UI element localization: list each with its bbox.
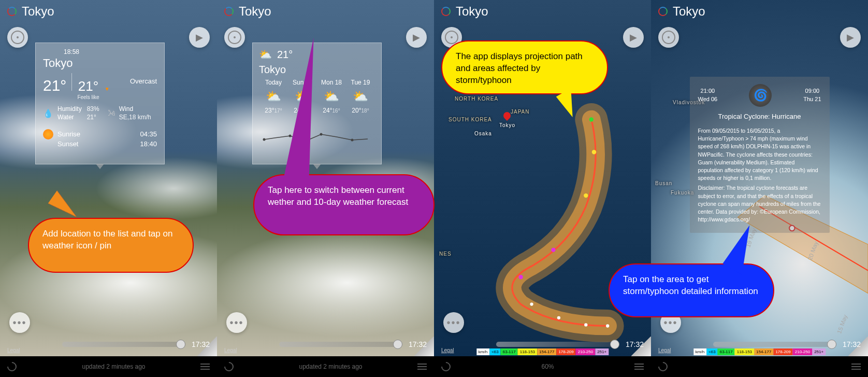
time-slider[interactable]: 17:32: [279, 337, 427, 352]
topbar: Tokyo: [217, 3, 434, 20]
forecast-now-temp: 21°: [277, 49, 293, 61]
svg-point-8: [518, 275, 523, 279]
menu-icon[interactable]: [417, 364, 427, 370]
temp-row: 21° 21° Feels like ▼ Overcast: [43, 73, 157, 100]
refresh-icon[interactable]: [5, 360, 18, 373]
end-time: 09:00: [803, 87, 821, 95]
legal-link[interactable]: Legal: [224, 347, 237, 353]
refresh-icon[interactable]: [222, 360, 235, 373]
slider-time: 17:32: [409, 340, 427, 348]
sunset-label: Sunset: [57, 140, 80, 148]
legend-range: 63-117: [501, 348, 518, 355]
sunrise-value: 04:35: [140, 130, 157, 138]
slider-time: 17:32: [192, 340, 210, 348]
slider-thumb[interactable]: [610, 340, 619, 349]
end-day: Thu 21: [803, 96, 821, 102]
footer: updated 2 minutes ago: [0, 356, 217, 377]
current-temp: 21°: [43, 77, 66, 94]
card-city: Tokyo: [43, 57, 157, 70]
legend-unit: km/h: [476, 348, 489, 355]
sun-row: Sunrise Sunset 04:35 18:40: [43, 130, 157, 148]
app-title: Tokyo: [456, 4, 488, 19]
callout-text: The app displays projection path and are…: [456, 51, 583, 85]
topbar: Tokyo: [651, 3, 868, 20]
time-slider[interactable]: 17:32: [62, 337, 210, 352]
speed-legend: km/h <63 63-117 118-153 154-177 178-209 …: [693, 348, 826, 355]
refresh-icon[interactable]: [439, 360, 452, 373]
humidity-icon: 💧: [43, 108, 53, 118]
water-value: 21°: [87, 114, 99, 121]
legal-link[interactable]: Legal: [7, 347, 20, 353]
weather-card[interactable]: 18:58 Tokyo 21° 21° Feels like ▼ Overcas…: [35, 43, 165, 164]
topbar: Tokyo: [0, 3, 217, 20]
storm-end: 09:00 Thu 21: [803, 87, 821, 104]
svg-point-11: [584, 323, 587, 326]
locate-button[interactable]: [7, 27, 28, 48]
legend-range: 251+: [812, 348, 826, 355]
weather-icon: ⛅: [259, 48, 272, 61]
legal-link[interactable]: Legal: [441, 347, 454, 353]
locate-button[interactable]: [224, 27, 245, 48]
svg-point-10: [557, 316, 560, 319]
legend-range: <63: [706, 348, 718, 355]
sun-icon: [43, 129, 53, 139]
legend-range: 210-250: [576, 348, 595, 355]
footer-message: updated 2 minutes ago: [27, 363, 200, 370]
forecast-day[interactable]: Tue 19 ⛅ 20°18°: [346, 79, 375, 114]
forecast-weather-icon: ⛅: [259, 89, 288, 104]
callout-purple: Tap here to switch between current wethe…: [253, 174, 435, 235]
day-hi: 20°: [352, 107, 361, 114]
app-logo-icon: [441, 7, 451, 16]
slider-time: 17:32: [843, 340, 861, 348]
trend-up-icon: ▼: [105, 86, 110, 92]
start-day: Wed 06: [698, 96, 718, 102]
app-title: Tokyo: [673, 4, 705, 19]
menu-icon[interactable]: [634, 364, 644, 370]
app-title: Tokyo: [239, 4, 271, 19]
condition-text: Overcast: [130, 77, 157, 85]
svg-point-12: [606, 324, 609, 327]
topbar: Tokyo: [434, 3, 651, 20]
legend-range: 118-153: [735, 348, 754, 355]
callout-text: Tap here to switch between current wethe…: [268, 185, 408, 207]
temp-divider: [71, 73, 72, 91]
slider-track[interactable]: [496, 342, 619, 347]
play-button[interactable]: ▶: [189, 27, 210, 48]
menu-icon[interactable]: [200, 364, 210, 370]
play-button[interactable]: ▶: [406, 27, 427, 48]
slider-track[interactable]: [713, 342, 836, 347]
legend-range: 178-209: [556, 348, 575, 355]
panel-storm-detail: Tokyo ▶ Vladivostok Busan Fukuoka 19 May…: [651, 0, 868, 377]
legend-range: 154-177: [754, 348, 773, 355]
card-pointer-icon: [96, 164, 104, 169]
slider-thumb[interactable]: [393, 340, 402, 349]
svg-point-7: [551, 248, 555, 252]
more-button[interactable]: •••: [9, 312, 30, 333]
slider-track[interactable]: [62, 342, 185, 347]
slider-track[interactable]: [279, 342, 402, 347]
legend-range: 251+: [595, 348, 609, 355]
day-label: Today: [259, 79, 288, 86]
storm-title: Tropical Cyclone: Hurricane: [698, 112, 821, 122]
forecast-day[interactable]: Today ⛅ 23°17°: [259, 79, 288, 114]
sunrise-label: Sunrise: [57, 130, 80, 138]
legend-unit: km/h: [693, 348, 706, 355]
storm-start: 21:00 Wed 06: [698, 87, 718, 104]
svg-point-0: [263, 138, 266, 141]
storm-head: 21:00 Wed 06 🌀 09:00 Thu 21: [698, 84, 821, 107]
legend-range: 154-177: [537, 348, 556, 355]
footer: 60%: [434, 356, 651, 377]
storm-disclaimer: Disclaimer: The tropical cyclone forecas…: [698, 184, 821, 224]
cyclone-icon: 🌀: [749, 84, 772, 107]
svg-point-4: [589, 117, 594, 121]
more-button[interactable]: •••: [443, 312, 464, 333]
slider-thumb[interactable]: [176, 340, 185, 349]
storm-info-card[interactable]: 21:00 Wed 06 🌀 09:00 Thu 21 Tropical Cyc…: [690, 77, 830, 233]
feels-like-temp: 21°: [78, 78, 98, 94]
day-lo: 16°: [332, 108, 340, 114]
slider-thumb[interactable]: [827, 340, 836, 349]
more-button[interactable]: •••: [226, 312, 247, 333]
svg-point-9: [530, 302, 533, 305]
sunset-value: 18:40: [140, 140, 157, 148]
svg-point-2: [320, 133, 323, 136]
